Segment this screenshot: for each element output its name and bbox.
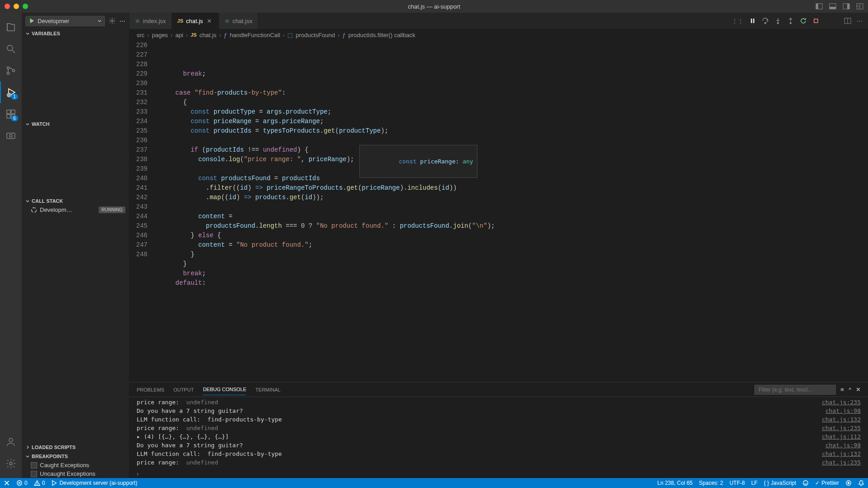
warnings-count[interactable]: 0 (34, 480, 45, 486)
callstack-section[interactable]: CALL STACK (22, 196, 129, 206)
panel-tabs: PROBLEMS OUTPUT DEBUG CONSOLE TERMINAL ≡… (129, 383, 868, 397)
variables-section[interactable]: VARIABLES (22, 29, 129, 38)
tab-problems[interactable]: PROBLEMS (137, 384, 164, 395)
customize-layout-icon[interactable] (856, 3, 863, 10)
dev-server-status[interactable]: Development server (ai-support) (51, 480, 137, 486)
feedback-icon[interactable] (802, 480, 809, 486)
function-icon: ƒ (343, 32, 346, 38)
indentation[interactable]: Spaces: 2 (699, 480, 723, 486)
svg-point-44 (848, 482, 849, 484)
remote-indicator[interactable] (4, 480, 10, 486)
window-title: chat.js — ai-support (408, 3, 460, 10)
cursor-position[interactable]: Ln 238, Col 65 (657, 480, 692, 486)
prompt-icon: › (137, 470, 138, 477)
svg-marker-24 (30, 19, 34, 24)
react-icon: ⚛ (135, 18, 140, 24)
svg-point-41 (37, 484, 37, 485)
breakpoint-caught[interactable]: Caught Exceptions (22, 461, 129, 469)
gear-icon[interactable] (109, 17, 116, 24)
debug-console-output[interactable]: price range: undefinedchat.js:235Do you … (129, 397, 868, 469)
tree-view-icon[interactable]: ≡ (840, 386, 844, 393)
close-icon[interactable]: ✕ (206, 18, 213, 24)
prettier-status[interactable]: ✓Prettier (815, 480, 839, 486)
svg-point-26 (32, 207, 37, 212)
line-numbers: 2262272282292302312322332342352362372382… (129, 41, 156, 382)
watch-section[interactable]: WATCH (22, 120, 129, 129)
svg-rect-18 (7, 115, 10, 118)
svg-rect-34 (814, 19, 818, 23)
more-icon[interactable]: ⋯ (119, 18, 125, 24)
loading-icon (31, 207, 37, 213)
search-icon[interactable] (0, 38, 22, 60)
layout-sidebar-left-icon[interactable] (816, 3, 823, 10)
eol[interactable]: LF (751, 480, 758, 486)
collapse-up-icon[interactable]: ^ (849, 386, 851, 393)
callstack-item[interactable]: Developm… RUNNING (22, 206, 129, 214)
editor-area: ⚛ index.jsx JS chat.js ✕ ⚛ chat.jsx ⋮⋮ (129, 13, 868, 478)
source-control-icon[interactable] (0, 60, 22, 81)
loaded-scripts-section[interactable]: LOADED SCRIPTS (22, 443, 129, 452)
split-editor-icon[interactable] (844, 17, 851, 24)
debug-config-name: Developmer (38, 18, 69, 24)
encoding[interactable]: UTF-8 (730, 480, 745, 486)
notifications-icon[interactable] (858, 480, 864, 486)
close-panel-icon[interactable]: ✕ (856, 386, 861, 393)
layout-sidebar-right-icon[interactable] (843, 3, 850, 10)
activitybar: 1 6 (0, 13, 22, 478)
explorer-icon[interactable] (0, 16, 22, 38)
breakpoint-uncaught[interactable]: Uncaught Exceptions (22, 469, 129, 478)
tab-chat-jsx[interactable]: ⚛ chat.jsx (219, 13, 258, 29)
breakpoints-section[interactable]: BREAKPOINTS (22, 452, 129, 461)
chevron-down-icon (25, 454, 30, 459)
step-into-button[interactable] (774, 17, 782, 24)
debug-icon[interactable]: 1 (0, 81, 22, 103)
tab-chat-js[interactable]: JS chat.js ✕ (172, 13, 219, 29)
minimize-window[interactable] (14, 4, 19, 9)
play-icon (29, 18, 35, 24)
debug-config-dropdown[interactable]: Developmer (25, 16, 105, 26)
language-mode[interactable]: { }JavaScript (764, 480, 796, 486)
tab-debug-console[interactable]: DEBUG CONSOLE (203, 384, 246, 395)
svg-rect-5 (847, 4, 849, 9)
debug-toolbar: Developmer ⋯ (22, 13, 129, 29)
accounts-icon[interactable] (0, 431, 22, 453)
pause-button[interactable] (749, 17, 756, 24)
checkbox[interactable] (31, 462, 37, 469)
more-icon[interactable]: ⋯ (857, 18, 863, 24)
extensions-icon[interactable]: 6 (0, 103, 22, 125)
tab-output[interactable]: OUTPUT (173, 384, 194, 395)
variable-icon: ⬚ (287, 32, 293, 38)
console-input-line[interactable]: › (129, 469, 868, 478)
filter-input[interactable] (754, 385, 836, 395)
settings-icon[interactable] (0, 453, 22, 474)
step-over-button[interactable] (762, 17, 769, 24)
svg-point-42 (803, 481, 808, 486)
svg-point-11 (7, 67, 10, 69)
breadcrumbs[interactable]: src› pages› api› JS chat.js› ƒ handleFun… (129, 29, 868, 41)
layout-panel-icon[interactable] (829, 3, 836, 10)
svg-point-23 (10, 462, 12, 465)
window-controls (5, 4, 28, 9)
checkbox[interactable] (31, 471, 37, 477)
chevron-right-icon (25, 445, 30, 450)
svg-rect-27 (751, 19, 752, 23)
maximize-window[interactable] (23, 4, 28, 9)
chevron-down-icon (25, 31, 30, 36)
svg-point-29 (765, 23, 766, 24)
stop-button[interactable] (812, 17, 820, 24)
tab-index-jsx[interactable]: ⚛ index.jsx (129, 13, 172, 29)
sync-icon[interactable] (845, 480, 852, 486)
svg-line-10 (12, 50, 15, 53)
drag-handle-icon[interactable]: ⋮⋮ (732, 18, 744, 24)
running-badge: RUNNING (99, 206, 125, 213)
svg-point-12 (7, 72, 10, 75)
errors-count[interactable]: 0 (16, 480, 28, 486)
code-editor[interactable]: 2262272282292302312322332342352362372382… (129, 41, 868, 382)
svg-rect-16 (7, 110, 10, 114)
step-out-button[interactable] (787, 17, 794, 24)
remote-icon[interactable] (0, 125, 22, 147)
tab-terminal[interactable]: TERMINAL (255, 384, 281, 395)
close-window[interactable] (5, 4, 10, 9)
restart-button[interactable] (800, 17, 807, 24)
debug-controls: ⋮⋮ ⋯ (726, 13, 868, 29)
